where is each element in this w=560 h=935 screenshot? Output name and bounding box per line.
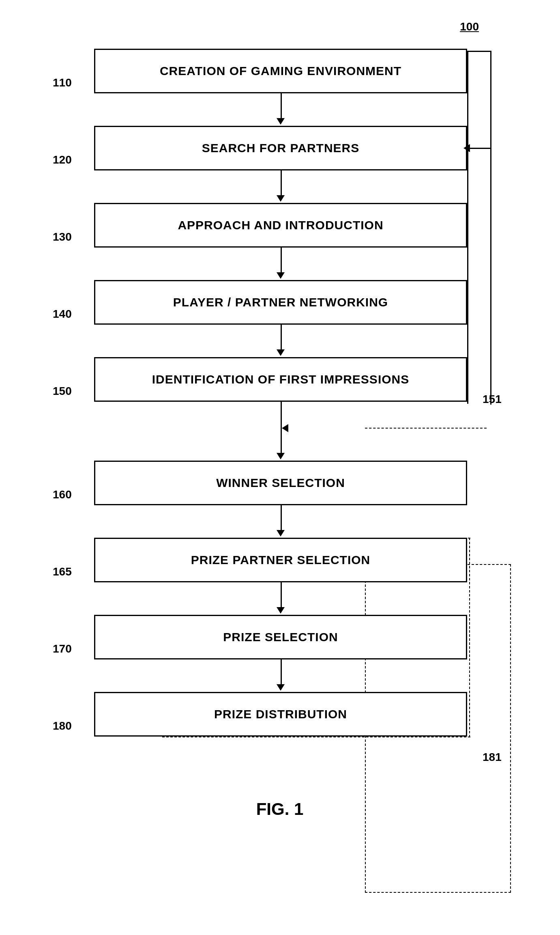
ref-180: 180 <box>53 720 72 732</box>
dashed-top-enclosure <box>365 538 470 539</box>
box-approach-introduction: APPROACH AND INTRODUCTION <box>94 203 467 248</box>
box-prize-distribution: PRIZE DISTRIBUTION <box>94 692 467 737</box>
arrowhead-120-130 <box>277 195 285 202</box>
box-prize-selection: PRIZE SELECTION <box>94 615 467 659</box>
ref-181: 181 <box>483 751 502 764</box>
box-winner-selection: WINNER SELECTION <box>94 461 467 505</box>
arrow-120-130 <box>281 170 282 197</box>
arrowhead-140-150 <box>277 349 285 356</box>
dashed-right-vert <box>469 538 470 737</box>
box-player-partner-networking: PLAYER / PARTNER NETWORKING <box>94 280 467 325</box>
arrow-140-150 <box>281 325 282 351</box>
dashed-feedback-horiz <box>365 428 487 429</box>
fig-label: FIG. 1 <box>223 799 337 819</box>
vert-right-main <box>490 51 491 405</box>
ref-120: 120 <box>53 153 72 166</box>
diagram-container: 100 CREATION OF GAMING ENVIRONMENT 110 S… <box>0 0 560 935</box>
horiz-arrow-box120 <box>467 148 491 149</box>
ref-110: 110 <box>53 76 72 89</box>
box-creation-gaming-environment: CREATION OF GAMING ENVIRONMENT <box>94 49 467 93</box>
dashed-bottom-line <box>162 737 470 737</box>
arrow-110-120 <box>281 93 282 120</box>
arrow-160-165 <box>281 505 282 532</box>
arrowhead-130-140 <box>277 272 285 279</box>
arrowhead-to-box120 <box>463 144 470 152</box>
ref-150: 150 <box>53 385 72 398</box>
arrow-165-170 <box>281 582 282 609</box>
ref-130: 130 <box>53 231 72 243</box>
arrow-130-140 <box>281 248 282 274</box>
ref-151: 151 <box>483 393 502 406</box>
box-prize-partner-selection: PRIZE PARTNER SELECTION <box>94 538 467 582</box>
box-search-partners: SEARCH FOR PARTNERS <box>94 126 467 170</box>
ref-160: 160 <box>53 488 72 501</box>
arrowhead-165-170 <box>277 607 285 614</box>
ref-140: 140 <box>53 308 72 321</box>
feedback-right-line <box>467 51 468 404</box>
arrowhead-150-160 <box>277 453 285 459</box>
arrowhead-160-165 <box>277 530 285 536</box>
arrowhead-170-180 <box>277 684 285 691</box>
arrowhead-dashed-feedback <box>282 424 288 432</box>
horiz-right-top <box>467 51 491 52</box>
box-identification-first-impressions: IDENTIFICATION OF FIRST IMPRESSIONS <box>94 357 467 402</box>
arrow-170-180 <box>281 659 282 686</box>
ref-170: 170 <box>53 642 72 655</box>
ref-100: 100 <box>460 20 479 33</box>
ref-165: 165 <box>53 565 72 578</box>
arrowhead-110-120 <box>277 118 285 125</box>
